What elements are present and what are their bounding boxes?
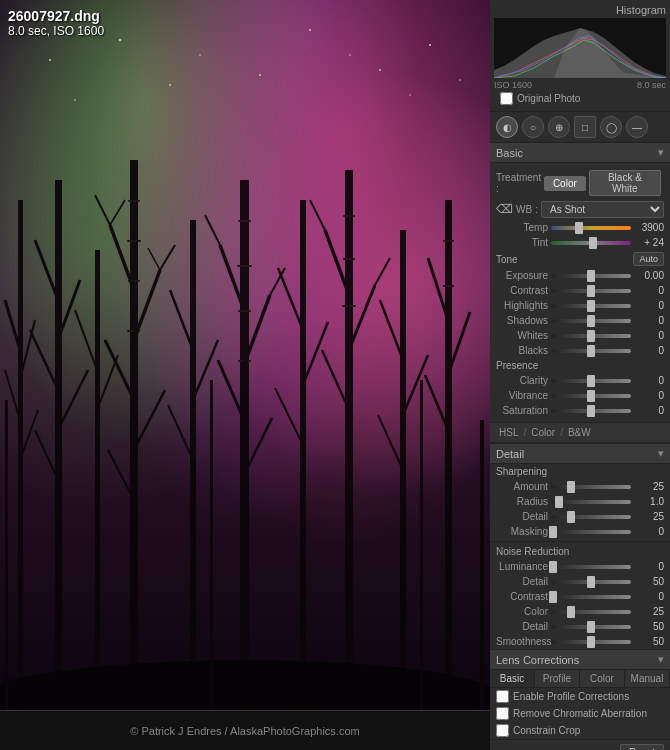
bw-treatment-btn[interactable]: Black & White [589,170,661,196]
bw-tab[interactable]: B&W [565,426,594,439]
contrast-slider-track[interactable] [551,289,631,293]
blacks-slider-thumb[interactable] [587,345,595,357]
clarity-slider-thumb[interactable] [587,375,595,387]
detail-sharp-slider-thumb[interactable] [567,511,575,523]
amount-slider-track[interactable] [551,485,631,489]
color-nr-value: 25 [634,606,664,617]
lum-contrast-slider-thumb[interactable] [549,591,557,603]
svg-line-21 [105,340,134,400]
svg-rect-61 [443,240,454,242]
auto-btn[interactable]: Auto [633,252,664,266]
remove-ca-label: Remove Chromatic Aberration [513,708,647,719]
masking-slider-thumb[interactable] [549,526,557,538]
vibrance-slider-thumb[interactable] [587,390,595,402]
blacks-slider-track[interactable] [551,349,631,353]
svg-rect-49 [343,258,355,260]
smoothness-slider-thumb[interactable] [587,636,595,648]
svg-rect-70 [480,420,484,710]
lens-manual-tab[interactable]: Manual [625,670,670,687]
detail-section-header[interactable]: Detail ▾ [490,443,670,464]
clarity-label: Clarity [496,375,548,386]
exposure-slider-thumb[interactable] [587,270,595,282]
original-photo-checkbox[interactable] [500,92,513,105]
detail-section-arrow: ▾ [658,447,664,460]
luminance-slider-thumb[interactable] [549,561,557,573]
shadows-slider-track[interactable] [551,319,631,323]
eyedropper-icon[interactable]: ⌫ [496,202,512,218]
color-detail-slider-track[interactable] [551,625,631,629]
temp-slider-thumb[interactable] [575,222,583,234]
color-nr-slider-track[interactable] [551,610,631,614]
redeye-tool-icon[interactable]: ⊕ [548,116,570,138]
exposure-slider-track[interactable] [551,274,631,278]
masking-slider-track[interactable] [551,530,631,534]
radius-value: 1.0 [634,496,664,507]
radius-slider-thumb[interactable] [555,496,563,508]
shadows-label: Shadows [496,315,548,326]
radius-slider-track[interactable] [551,500,631,504]
reset-button[interactable]: Reset [620,744,664,750]
whites-slider-track[interactable] [551,334,631,338]
highlights-label: Highlights [496,300,548,311]
color-tab[interactable]: Color [528,426,558,439]
whites-slider-thumb[interactable] [587,330,595,342]
color-treatment-btn[interactable]: Color [544,176,586,191]
highlights-value: 0 [634,300,664,311]
smoothness-slider-track[interactable] [551,640,631,644]
lum-contrast-label: Contrast [496,591,548,602]
tint-row: Tint + 24 [490,235,670,250]
enable-profile-checkbox[interactable] [496,690,509,703]
constrain-crop-checkbox[interactable] [496,724,509,737]
svg-rect-48 [343,215,355,217]
brush-tool-icon[interactable]: □ [574,116,596,138]
lum-contrast-slider-track[interactable] [551,595,631,599]
lum-detail-slider-track[interactable] [551,580,631,584]
lum-contrast-row: Contrast 0 [490,589,670,604]
detail-sharp-label: Detail [496,511,548,522]
shadows-slider-thumb[interactable] [587,315,595,327]
vibrance-slider-track[interactable] [551,394,631,398]
detail-sharp-slider-track[interactable] [551,515,631,519]
saturation-slider-track[interactable] [551,409,631,413]
svg-line-65 [425,375,448,430]
color-nr-label: Color [496,606,548,617]
svg-rect-16 [127,240,141,242]
svg-line-6 [35,240,58,300]
temp-slider-track[interactable] [551,226,631,230]
color-nr-slider-thumb[interactable] [567,606,575,618]
spot-tool-icon[interactable]: ○ [522,116,544,138]
photo-copyright: © Patrick J Endres / AlaskaPhotoGraphics… [130,725,359,737]
highlights-slider-track[interactable] [551,304,631,308]
noise-label: Noise Reduction [496,546,569,557]
luminance-slider-track[interactable] [551,565,631,569]
svg-line-25 [110,200,125,225]
contrast-slider-thumb[interactable] [587,285,595,297]
temp-value: 3900 [634,222,664,233]
lens-profile-tab[interactable]: Profile [535,670,580,687]
histogram-labels: ISO 1600 8.0 sec [494,80,666,90]
grad-tool-icon[interactable]: ◯ [600,116,622,138]
hsl-tab[interactable]: HSL [496,426,521,439]
basic-section-header[interactable]: Basic ▾ [490,142,670,163]
color-detail-slider-thumb[interactable] [587,621,595,633]
luminance-value: 0 [634,561,664,572]
clarity-slider-track[interactable] [551,379,631,383]
wb-select[interactable]: As Shot Auto Daylight Cloudy Shade Tungs… [541,201,664,218]
lens-basic-tab[interactable]: Basic [490,670,535,687]
tint-slider-thumb[interactable] [589,237,597,249]
crop-tool-icon[interactable]: ◐ [496,116,518,138]
svg-line-27 [148,248,160,270]
lum-detail-slider-thumb[interactable] [587,576,595,588]
masking-row: Masking 0 [490,524,670,539]
amount-slider-thumb[interactable] [567,481,575,493]
svg-rect-14 [130,160,138,710]
highlights-slider-thumb[interactable] [587,300,595,312]
tint-slider-track[interactable] [551,241,631,245]
saturation-slider-thumb[interactable] [587,405,595,417]
masking-label: Masking [496,526,548,537]
lens-color-tab[interactable]: Color [580,670,625,687]
remove-ca-checkbox[interactable] [496,707,509,720]
lens-section-header[interactable]: Lens Corrections ▾ [490,649,670,670]
radial-tool-icon[interactable]: — [626,116,648,138]
vibrance-row: Vibrance 0 [490,388,670,403]
